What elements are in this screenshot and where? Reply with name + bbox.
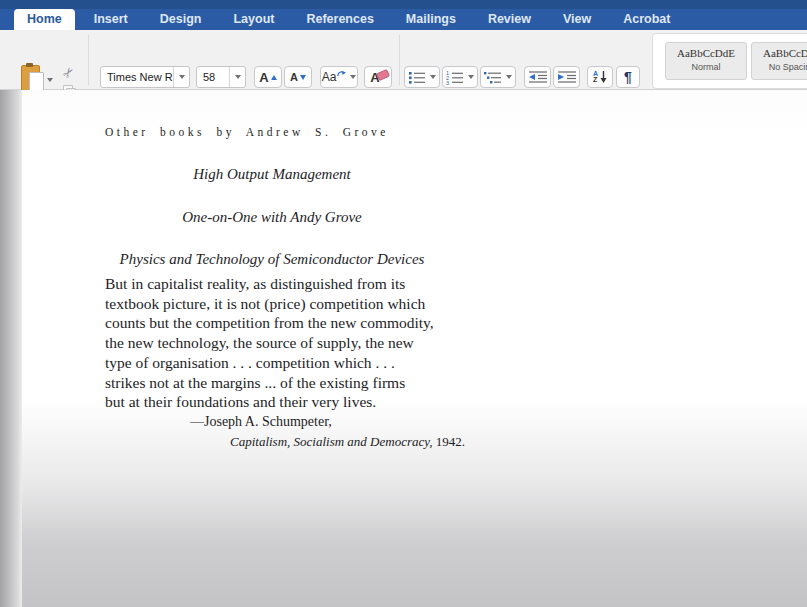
chevron-down-icon bbox=[350, 75, 356, 79]
chevron-down-icon bbox=[430, 75, 436, 79]
document-page[interactable]: Other books by Andrew S. Grove High Outp… bbox=[22, 90, 807, 607]
tab-mailings[interactable]: Mailings bbox=[393, 9, 469, 30]
increase-indent-button[interactable] bbox=[553, 66, 580, 88]
group-separator bbox=[399, 35, 400, 85]
font-name-caret[interactable] bbox=[173, 67, 189, 87]
doc-quote-line: but at their foundations and their very … bbox=[105, 392, 434, 412]
tab-references[interactable]: References bbox=[293, 9, 386, 30]
document-area: Other books by Andrew S. Grove High Outp… bbox=[0, 90, 807, 607]
decrease-indent-icon bbox=[528, 70, 548, 84]
clear-formatting-button[interactable]: A bbox=[364, 66, 392, 88]
paste-clipboard-icon bbox=[21, 64, 43, 91]
doc-quote-line: type of organisation . . . competition w… bbox=[105, 353, 434, 373]
font-name-select[interactable]: Times New R... bbox=[100, 66, 190, 88]
doc-quote-line: textbook picture, it is not (price) comp… bbox=[105, 294, 434, 314]
doc-source-line: Capitalism, Socialism and Democracy, 194… bbox=[230, 434, 465, 450]
style-name: No Spacing bbox=[752, 62, 807, 72]
doc-book-title: High Output Management bbox=[82, 166, 462, 183]
tab-design[interactable]: Design bbox=[147, 9, 215, 30]
pilcrow-icon: ¶ bbox=[624, 69, 632, 85]
scissors-icon: ✂ bbox=[59, 64, 78, 82]
grow-font-button[interactable]: A bbox=[254, 66, 282, 88]
font-name-value: Times New R... bbox=[101, 71, 173, 83]
tab-layout[interactable]: Layout bbox=[220, 9, 287, 30]
doc-quote-line: But in capitalist reality, as distinguis… bbox=[105, 274, 434, 294]
grow-font-arrow-icon bbox=[271, 75, 277, 80]
style-name: Normal bbox=[666, 62, 746, 72]
doc-source-year: 1942. bbox=[433, 434, 466, 449]
ribbon-home: Paste ✂ Times New R... 58 A bbox=[0, 30, 807, 90]
document-margin-strip bbox=[0, 90, 22, 607]
tab-home[interactable]: Home bbox=[14, 9, 75, 30]
paste-dropdown-caret[interactable] bbox=[47, 78, 53, 82]
chevron-down-icon bbox=[179, 75, 185, 79]
tab-acrobat[interactable]: Acrobat bbox=[610, 9, 683, 30]
bullet-list-icon bbox=[408, 70, 426, 85]
styles-gallery: AaBbCcDdE Normal AaBbCcDdE No Spacing bbox=[652, 33, 807, 89]
doc-attribution: —Joseph A. Schumpeter, bbox=[190, 414, 332, 430]
show-paragraph-marks-button[interactable]: ¶ bbox=[616, 66, 640, 88]
window-titlebar bbox=[0, 0, 807, 9]
cut-button[interactable]: ✂ bbox=[57, 64, 79, 81]
doc-quote-paragraph: But in capitalist reality, as distinguis… bbox=[105, 274, 434, 412]
svg-text:3: 3 bbox=[446, 80, 449, 85]
style-no-spacing[interactable]: AaBbCcDdE No Spacing bbox=[751, 42, 807, 80]
shrink-font-arrow-icon bbox=[300, 75, 306, 80]
chevron-down-icon bbox=[468, 75, 474, 79]
change-case-label: Aa bbox=[322, 70, 337, 84]
style-normal[interactable]: AaBbCcDdE Normal bbox=[665, 42, 747, 80]
doc-quote-line: the new technology, the source of supply… bbox=[105, 333, 434, 353]
chevron-down-icon bbox=[506, 75, 512, 79]
sort-button[interactable]: A Z bbox=[587, 66, 613, 88]
sort-arrow-icon bbox=[600, 71, 607, 84]
multilevel-list-button[interactable] bbox=[480, 66, 516, 88]
doc-quote-line: strikes not at the margins ... of the ex… bbox=[105, 373, 434, 393]
doc-book-title: One-on-One with Andy Grove bbox=[82, 209, 462, 226]
font-size-select[interactable]: 58 bbox=[196, 66, 246, 88]
style-preview-text: AaBbCcDdE bbox=[666, 47, 746, 59]
numbering-button[interactable]: 123 bbox=[442, 66, 478, 88]
shrink-font-button[interactable]: A bbox=[284, 66, 312, 88]
numbered-list-icon: 123 bbox=[446, 70, 464, 85]
change-case-arrow-icon bbox=[337, 70, 346, 77]
tab-insert[interactable]: Insert bbox=[81, 9, 141, 30]
chevron-down-icon bbox=[235, 75, 241, 79]
multilevel-list-icon bbox=[484, 70, 502, 85]
tab-view[interactable]: View bbox=[550, 9, 604, 30]
change-case-button[interactable]: Aa bbox=[320, 66, 358, 88]
ribbon-tab-bar: Home Insert Design Layout References Mai… bbox=[0, 9, 807, 30]
doc-spaced-heading: Other books by Andrew S. Grove bbox=[105, 126, 389, 138]
font-size-value: 58 bbox=[197, 71, 229, 83]
doc-quote-line: counts but the competition from the new … bbox=[105, 313, 434, 333]
shrink-font-label: A bbox=[290, 71, 298, 83]
grow-font-label: A bbox=[259, 70, 268, 85]
increase-indent-icon bbox=[557, 70, 577, 84]
decrease-indent-button[interactable] bbox=[524, 66, 551, 88]
word-window: Home Insert Design Layout References Mai… bbox=[0, 0, 807, 607]
doc-book-title: Physics and Technology of Semiconductor … bbox=[82, 251, 462, 268]
group-separator bbox=[88, 35, 89, 85]
tab-review[interactable]: Review bbox=[475, 9, 544, 30]
doc-source-title: Capitalism, Socialism and Democracy, bbox=[230, 434, 433, 449]
font-size-caret[interactable] bbox=[229, 67, 245, 87]
bullets-button[interactable] bbox=[404, 66, 440, 88]
style-preview-text: AaBbCcDdE bbox=[752, 47, 807, 59]
sort-az-icon: A Z bbox=[593, 71, 598, 83]
